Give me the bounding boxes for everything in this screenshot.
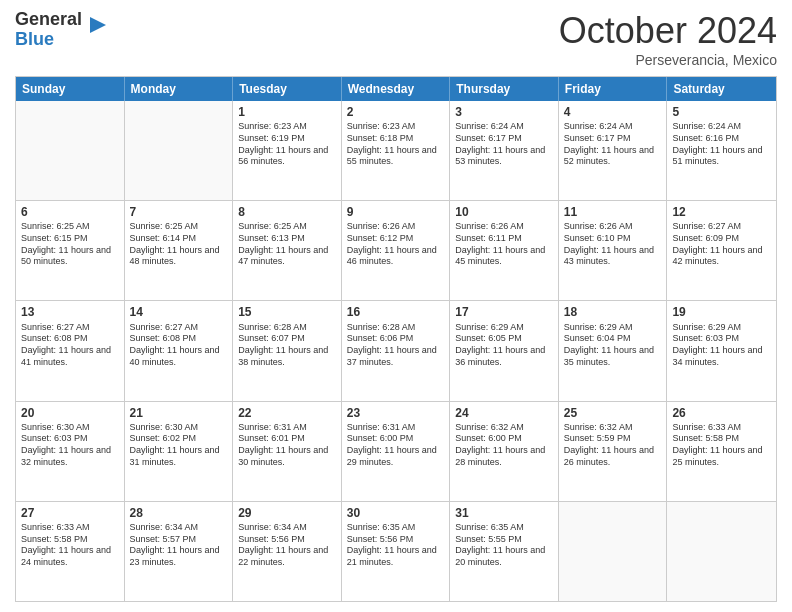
day-number: 12 [672,204,771,220]
calendar: SundayMondayTuesdayWednesdayThursdayFrid… [15,76,777,602]
day-number: 4 [564,104,662,120]
calendar-cell: 29Sunrise: 6:34 AM Sunset: 5:56 PM Dayli… [233,502,342,601]
calendar-cell: 23Sunrise: 6:31 AM Sunset: 6:00 PM Dayli… [342,402,451,501]
cell-info: Sunrise: 6:35 AM Sunset: 5:56 PM Dayligh… [347,522,445,569]
header-day-tuesday: Tuesday [233,77,342,101]
calendar-cell: 28Sunrise: 6:34 AM Sunset: 5:57 PM Dayli… [125,502,234,601]
day-number: 18 [564,304,662,320]
calendar-cell: 8Sunrise: 6:25 AM Sunset: 6:13 PM Daylig… [233,201,342,300]
cell-info: Sunrise: 6:32 AM Sunset: 5:59 PM Dayligh… [564,422,662,469]
day-number: 28 [130,505,228,521]
calendar-cell: 11Sunrise: 6:26 AM Sunset: 6:10 PM Dayli… [559,201,668,300]
calendar-cell: 24Sunrise: 6:32 AM Sunset: 6:00 PM Dayli… [450,402,559,501]
calendar-cell: 17Sunrise: 6:29 AM Sunset: 6:05 PM Dayli… [450,301,559,400]
cell-info: Sunrise: 6:31 AM Sunset: 6:00 PM Dayligh… [347,422,445,469]
cell-info: Sunrise: 6:23 AM Sunset: 6:19 PM Dayligh… [238,121,336,168]
calendar-cell [16,101,125,200]
day-number: 9 [347,204,445,220]
calendar-cell: 3Sunrise: 6:24 AM Sunset: 6:17 PM Daylig… [450,101,559,200]
day-number: 17 [455,304,553,320]
day-number: 26 [672,405,771,421]
cell-info: Sunrise: 6:23 AM Sunset: 6:18 PM Dayligh… [347,121,445,168]
cell-info: Sunrise: 6:30 AM Sunset: 6:03 PM Dayligh… [21,422,119,469]
calendar-cell: 20Sunrise: 6:30 AM Sunset: 6:03 PM Dayli… [16,402,125,501]
calendar-cell: 5Sunrise: 6:24 AM Sunset: 6:16 PM Daylig… [667,101,776,200]
day-number: 20 [21,405,119,421]
calendar-cell: 6Sunrise: 6:25 AM Sunset: 6:15 PM Daylig… [16,201,125,300]
calendar-cell: 4Sunrise: 6:24 AM Sunset: 6:17 PM Daylig… [559,101,668,200]
subtitle: Perseverancia, Mexico [559,52,777,68]
calendar-cell: 12Sunrise: 6:27 AM Sunset: 6:09 PM Dayli… [667,201,776,300]
calendar-body: 1Sunrise: 6:23 AM Sunset: 6:19 PM Daylig… [16,101,776,601]
day-number: 7 [130,204,228,220]
day-number: 27 [21,505,119,521]
title-area: October 2024 Perseverancia, Mexico [559,10,777,68]
day-number: 10 [455,204,553,220]
header-day-friday: Friday [559,77,668,101]
calendar-cell: 10Sunrise: 6:26 AM Sunset: 6:11 PM Dayli… [450,201,559,300]
calendar-cell: 9Sunrise: 6:26 AM Sunset: 6:12 PM Daylig… [342,201,451,300]
calendar-week-1: 6Sunrise: 6:25 AM Sunset: 6:15 PM Daylig… [16,201,776,301]
day-number: 25 [564,405,662,421]
day-number: 29 [238,505,336,521]
day-number: 6 [21,204,119,220]
month-title: October 2024 [559,10,777,52]
calendar-cell: 26Sunrise: 6:33 AM Sunset: 5:58 PM Dayli… [667,402,776,501]
calendar-cell: 15Sunrise: 6:28 AM Sunset: 6:07 PM Dayli… [233,301,342,400]
calendar-cell: 21Sunrise: 6:30 AM Sunset: 6:02 PM Dayli… [125,402,234,501]
calendar-week-0: 1Sunrise: 6:23 AM Sunset: 6:19 PM Daylig… [16,101,776,201]
day-number: 15 [238,304,336,320]
day-number: 8 [238,204,336,220]
calendar-cell: 19Sunrise: 6:29 AM Sunset: 6:03 PM Dayli… [667,301,776,400]
day-number: 31 [455,505,553,521]
cell-info: Sunrise: 6:33 AM Sunset: 5:58 PM Dayligh… [21,522,119,569]
calendar-header: SundayMondayTuesdayWednesdayThursdayFrid… [16,77,776,101]
day-number: 5 [672,104,771,120]
day-number: 2 [347,104,445,120]
calendar-cell: 31Sunrise: 6:35 AM Sunset: 5:55 PM Dayli… [450,502,559,601]
cell-info: Sunrise: 6:25 AM Sunset: 6:14 PM Dayligh… [130,221,228,268]
day-number: 1 [238,104,336,120]
cell-info: Sunrise: 6:32 AM Sunset: 6:00 PM Dayligh… [455,422,553,469]
cell-info: Sunrise: 6:34 AM Sunset: 5:56 PM Dayligh… [238,522,336,569]
calendar-cell: 25Sunrise: 6:32 AM Sunset: 5:59 PM Dayli… [559,402,668,501]
day-number: 22 [238,405,336,421]
logo: General Blue [15,10,110,50]
day-number: 3 [455,104,553,120]
day-number: 23 [347,405,445,421]
calendar-cell [125,101,234,200]
cell-info: Sunrise: 6:26 AM Sunset: 6:10 PM Dayligh… [564,221,662,268]
cell-info: Sunrise: 6:29 AM Sunset: 6:04 PM Dayligh… [564,322,662,369]
logo-general: General [15,10,82,30]
calendar-cell: 22Sunrise: 6:31 AM Sunset: 6:01 PM Dayli… [233,402,342,501]
header-day-thursday: Thursday [450,77,559,101]
svg-marker-0 [90,17,106,33]
calendar-week-4: 27Sunrise: 6:33 AM Sunset: 5:58 PM Dayli… [16,502,776,601]
cell-info: Sunrise: 6:26 AM Sunset: 6:11 PM Dayligh… [455,221,553,268]
cell-info: Sunrise: 6:24 AM Sunset: 6:17 PM Dayligh… [455,121,553,168]
header-day-sunday: Sunday [16,77,125,101]
day-number: 21 [130,405,228,421]
cell-info: Sunrise: 6:34 AM Sunset: 5:57 PM Dayligh… [130,522,228,569]
logo-icon [86,13,110,37]
header-day-monday: Monday [125,77,234,101]
day-number: 16 [347,304,445,320]
day-number: 30 [347,505,445,521]
day-number: 13 [21,304,119,320]
day-number: 24 [455,405,553,421]
calendar-week-3: 20Sunrise: 6:30 AM Sunset: 6:03 PM Dayli… [16,402,776,502]
calendar-cell: 13Sunrise: 6:27 AM Sunset: 6:08 PM Dayli… [16,301,125,400]
cell-info: Sunrise: 6:24 AM Sunset: 6:16 PM Dayligh… [672,121,771,168]
cell-info: Sunrise: 6:27 AM Sunset: 6:09 PM Dayligh… [672,221,771,268]
cell-info: Sunrise: 6:35 AM Sunset: 5:55 PM Dayligh… [455,522,553,569]
calendar-cell: 7Sunrise: 6:25 AM Sunset: 6:14 PM Daylig… [125,201,234,300]
calendar-cell: 27Sunrise: 6:33 AM Sunset: 5:58 PM Dayli… [16,502,125,601]
day-number: 14 [130,304,228,320]
cell-info: Sunrise: 6:27 AM Sunset: 6:08 PM Dayligh… [130,322,228,369]
cell-info: Sunrise: 6:24 AM Sunset: 6:17 PM Dayligh… [564,121,662,168]
cell-info: Sunrise: 6:28 AM Sunset: 6:07 PM Dayligh… [238,322,336,369]
cell-info: Sunrise: 6:29 AM Sunset: 6:05 PM Dayligh… [455,322,553,369]
cell-info: Sunrise: 6:26 AM Sunset: 6:12 PM Dayligh… [347,221,445,268]
day-number: 11 [564,204,662,220]
cell-info: Sunrise: 6:33 AM Sunset: 5:58 PM Dayligh… [672,422,771,469]
